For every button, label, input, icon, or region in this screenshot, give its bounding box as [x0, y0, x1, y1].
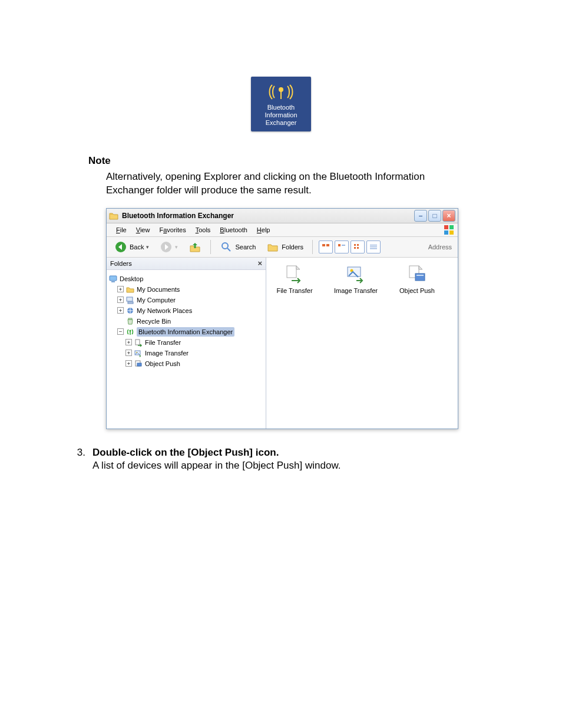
toolbar-separator — [312, 240, 313, 254]
content-item-label: Image Transfer — [332, 287, 379, 294]
forward-button[interactable]: ▾ — [156, 239, 182, 255]
svg-rect-24 — [128, 302, 133, 304]
tree-node-file-transfer[interactable]: + File Transfer — [109, 337, 263, 348]
tree-label: Image Transfer — [145, 348, 189, 358]
content-item-file-transfer[interactable]: File Transfer — [271, 263, 318, 294]
object-push-icon — [406, 263, 428, 285]
expand-icon[interactable]: + — [117, 286, 124, 292]
svg-rect-29 — [135, 340, 140, 345]
svg-rect-13 — [342, 245, 345, 246]
up-folder-icon — [189, 241, 201, 253]
menu-help[interactable]: Help — [252, 226, 275, 233]
svg-rect-18 — [370, 245, 377, 246]
window-buttons: – □ × — [414, 210, 455, 222]
menu-view[interactable]: View — [131, 226, 155, 233]
expand-icon[interactable]: + — [117, 297, 124, 303]
step-number: 3. — [74, 447, 85, 459]
expand-icon[interactable]: + — [125, 360, 132, 367]
tree-label: Bluetooth Information Exchanger — [137, 327, 234, 337]
recycle-bin-icon — [126, 317, 134, 325]
expand-icon[interactable]: + — [125, 350, 132, 356]
folders-label: Folders — [282, 243, 303, 251]
menu-tools[interactable]: Tools — [191, 226, 216, 233]
tree-node-bt-exchanger[interactable]: − Bluetooth Information Exchanger — [109, 327, 263, 337]
svg-rect-10 — [322, 244, 325, 246]
image-transfer-icon — [134, 349, 143, 357]
minimize-button[interactable]: – — [414, 210, 427, 222]
tree-node-desktop[interactable]: Desktop — [109, 274, 263, 284]
explorer-window: Bluetooth Information Exchanger – □ × Fi… — [106, 208, 458, 429]
desktop-icon-label-2: Information — [254, 111, 308, 119]
forward-icon — [160, 241, 173, 253]
folder-icon — [109, 211, 118, 220]
svg-rect-2 — [444, 225, 448, 229]
svg-rect-39 — [416, 275, 424, 276]
bluetooth-icon — [126, 328, 134, 336]
expand-icon[interactable]: + — [117, 307, 124, 314]
expand-icon[interactable]: + — [125, 339, 132, 345]
note-block: Note Alternatively, opening Explorer and… — [88, 155, 474, 197]
step-title: Double-click on the [Object Push] icon. — [92, 447, 279, 459]
svg-rect-3 — [449, 225, 454, 229]
svg-rect-34 — [287, 266, 296, 278]
search-button[interactable]: Search — [216, 239, 260, 255]
tree-label: My Documents — [137, 285, 180, 294]
back-label: Back — [130, 243, 144, 251]
dropdown-caret-icon: ▾ — [175, 244, 178, 250]
back-button[interactable]: Back ▾ — [110, 239, 153, 255]
maximize-button[interactable]: □ — [428, 210, 441, 222]
tree-label: File Transfer — [145, 338, 181, 347]
content-pane: File Transfer Image Transfer — [266, 258, 458, 429]
svg-rect-33 — [137, 363, 141, 366]
svg-rect-23 — [127, 297, 133, 301]
up-button[interactable] — [184, 239, 206, 255]
page: Bluetooth Information Exchanger Note Alt… — [0, 77, 562, 728]
folders-pane: Folders × Desktop + — [107, 258, 266, 429]
object-push-icon — [134, 360, 143, 368]
tree-label: My Network Places — [137, 306, 192, 315]
step-3-block: 3. Double-click on the [Object Push] ico… — [74, 447, 562, 472]
window-body: Folders × Desktop + — [107, 258, 458, 429]
collapse-icon[interactable]: − — [117, 328, 124, 335]
tree-node-object-push[interactable]: + Object Push — [109, 358, 263, 369]
window-title: Bluetooth Information Exchanger — [122, 212, 414, 220]
menu-favorites[interactable]: Favorites — [154, 226, 190, 233]
content-item-label: File Transfer — [271, 287, 318, 294]
close-button[interactable]: × — [442, 210, 455, 222]
toolbar-separator — [210, 240, 211, 254]
view-list-button[interactable] — [366, 241, 381, 253]
step-text: A list of devices will appear in the [Ob… — [92, 460, 562, 472]
tree-node-image-transfer[interactable]: + Image Transfer — [109, 348, 263, 358]
desktop-icon-label-1: Bluetooth — [254, 104, 308, 111]
tree-node-recycle-bin[interactable]: Recycle Bin — [109, 316, 263, 327]
tree-node-my-network[interactable]: + My Network Places — [109, 305, 263, 316]
toolbar: Back ▾ ▾ — [107, 237, 458, 258]
view-thumbnails-button[interactable] — [319, 241, 333, 253]
svg-rect-11 — [326, 244, 329, 246]
svg-rect-12 — [338, 244, 340, 246]
folders-button[interactable]: Folders — [262, 239, 308, 255]
view-mode-group — [318, 241, 381, 253]
svg-rect-26 — [128, 318, 132, 319]
svg-rect-15 — [357, 244, 359, 246]
content-item-image-transfer[interactable]: Image Transfer — [332, 263, 379, 294]
tree-label: Recycle Bin — [137, 317, 171, 326]
view-icons-button[interactable] — [351, 241, 365, 253]
folder-tree: Desktop + My Documents + — [107, 270, 266, 373]
tree-node-my-documents[interactable]: + My Documents — [109, 284, 263, 295]
svg-line-9 — [227, 248, 230, 251]
menu-bluetooth[interactable]: Bluetooth — [215, 226, 252, 233]
tree-label: My Computer — [137, 295, 176, 305]
folder-icon — [126, 285, 134, 294]
titlebar: Bluetooth Information Exchanger – □ × — [107, 209, 458, 223]
address-label: Address — [428, 243, 454, 251]
menu-file[interactable]: File — [111, 226, 131, 233]
dropdown-caret-icon: ▾ — [146, 244, 149, 250]
tree-node-my-computer[interactable]: + My Computer — [109, 295, 263, 305]
back-icon — [114, 241, 127, 253]
svg-rect-20 — [370, 248, 377, 249]
svg-rect-38 — [415, 274, 425, 281]
content-item-object-push[interactable]: Object Push — [394, 263, 441, 294]
folders-pane-close-button[interactable]: × — [257, 259, 262, 268]
view-tiles-button[interactable] — [335, 241, 349, 253]
